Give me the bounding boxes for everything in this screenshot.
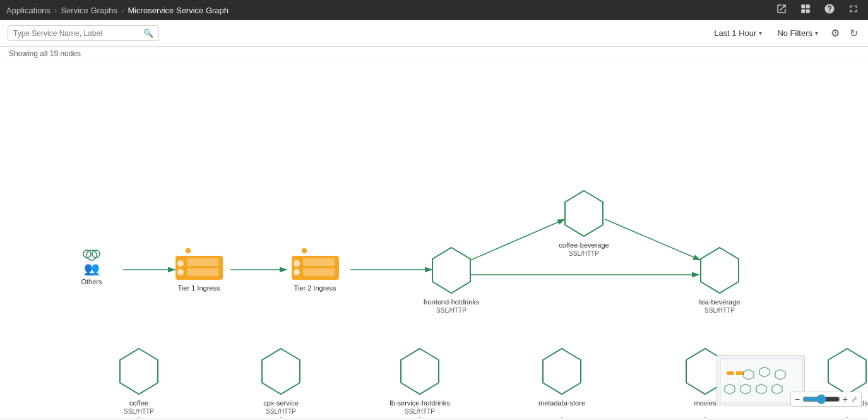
svg-text:coffee-beverage: coffee-beverage [559, 241, 609, 249]
svg-marker-36 [543, 349, 581, 394]
svg-point-10 [185, 248, 191, 254]
breadcrumb: Applications › Service Graphs › Microser… [6, 6, 229, 15]
node-coffee[interactable]: coffee SSL/HTTP [120, 349, 158, 415]
edge-coffee-tea [605, 219, 701, 260]
svg-text:movies: movies [694, 399, 716, 407]
node-tea-beverage[interactable]: tea-beverage SSL/HTTP [699, 248, 740, 314]
question-icon[interactable] [821, 1, 838, 20]
topbar: Applications › Service Graphs › Microser… [0, 0, 868, 20]
node-tier1[interactable]: Tier 1 Ingress [175, 248, 223, 292]
external-link-icon[interactable] [773, 1, 790, 20]
node-frontend[interactable]: frontend-hotdrinks SSL/HTTP [424, 248, 480, 314]
search-icon: 🔍 [143, 28, 153, 38]
node-coffee-beverage[interactable]: coffee-beverage SSL/HTTP [559, 191, 609, 257]
expand-icon[interactable] [845, 1, 862, 20]
svg-point-7 [177, 269, 184, 275]
breadcrumb-current: Microservice Service Graph [128, 6, 229, 15]
svg-text:SSL/HTTP: SSL/HTTP [569, 250, 599, 257]
search-input[interactable] [13, 29, 140, 38]
grid-icon[interactable] [797, 1, 814, 20]
svg-text:SSL/HTTP: SSL/HTTP [124, 408, 154, 415]
node-tier2[interactable]: Tier 2 Ingress [292, 248, 339, 292]
svg-rect-9 [187, 268, 218, 276]
svg-text:👥: 👥 [84, 261, 100, 276]
svg-text:Tier 1 Ingress: Tier 1 Ingress [178, 284, 220, 292]
toolbar-right: Last 1 Hour ▾ No Filters ▾ ⚙ ↻ [709, 25, 860, 42]
zoom-out-button[interactable]: − [795, 394, 800, 404]
svg-marker-30 [262, 349, 300, 394]
svg-marker-21 [565, 191, 603, 236]
svg-marker-24 [701, 248, 739, 293]
svg-text:tea-beverage: tea-beverage [699, 298, 740, 306]
zoom-fit-button[interactable]: ⤢ [852, 395, 857, 404]
settings-icon[interactable]: ⚙ [828, 25, 842, 42]
zoom-slider[interactable] [802, 394, 840, 404]
node-lb-service[interactable]: lb-service-hotdrinks SSL/HTTP [389, 349, 450, 415]
filter-button[interactable]: No Filters ▾ [772, 26, 823, 40]
svg-rect-15 [303, 268, 335, 276]
svg-point-1 [86, 250, 97, 260]
chevron-icon-2: › [121, 6, 124, 15]
svg-text:SSL/HTTP: SSL/HTTP [705, 307, 735, 314]
svg-text:coffee: coffee [129, 399, 148, 407]
svg-text:SSL/HTTP: SSL/HTTP [405, 408, 435, 415]
node-others[interactable]: 👥 Others [81, 250, 102, 285]
refresh-icon[interactable]: ↻ [847, 25, 860, 42]
svg-rect-14 [303, 258, 335, 266]
svg-text:SSL/HTTP: SSL/HTTP [436, 307, 467, 314]
time-filter-label: Last 1 Hour [714, 28, 756, 38]
svg-rect-8 [187, 258, 218, 266]
svg-rect-55 [736, 371, 744, 375]
svg-text:lb-service-hotdrinks: lb-service-hotdrinks [389, 399, 450, 407]
svg-marker-18 [432, 248, 470, 293]
breadcrumb-applications[interactable]: Applications [6, 6, 51, 15]
time-filter-caret: ▾ [759, 30, 762, 37]
toolbar: 🔍 Last 1 Hour ▾ No Filters ▾ ⚙ ↻ [0, 20, 868, 47]
filter-label: No Filters [777, 28, 812, 38]
breadcrumb-service-graphs[interactable]: Service Graphs [61, 6, 117, 15]
node-cpx-service[interactable]: cpx-service SSL/HTTP [262, 349, 300, 415]
search-box[interactable]: 🔍 [8, 25, 159, 41]
svg-text:SSL/HTTP: SSL/HTTP [266, 408, 296, 415]
svg-marker-27 [120, 349, 158, 394]
svg-point-12 [294, 260, 300, 267]
statusbar: Showing all 19 nodes [0, 47, 868, 61]
svg-marker-40 [828, 349, 866, 394]
svg-text:frontend-hotdrinks: frontend-hotdrinks [424, 298, 480, 306]
svg-point-6 [177, 260, 184, 267]
graph-area[interactable]: 👥 Others Tier 1 Ingress Tier 2 Ingress [0, 61, 868, 418]
svg-point-16 [301, 248, 307, 254]
svg-point-13 [294, 269, 300, 275]
svg-marker-33 [401, 349, 439, 394]
svg-text:Others: Others [81, 278, 102, 285]
svg-rect-54 [727, 371, 734, 375]
node-count-label: Showing all 19 nodes [9, 49, 81, 58]
filter-caret: ▾ [815, 30, 818, 37]
time-filter-button[interactable]: Last 1 Hour ▾ [709, 26, 767, 40]
svg-text:metadata-store: metadata-store [538, 399, 585, 407]
edge-frontend-coffee [470, 219, 565, 260]
svg-text:Tier 2 Ingress: Tier 2 Ingress [294, 284, 336, 292]
topbar-icons [773, 1, 862, 20]
chevron-icon: › [54, 6, 57, 15]
node-metadata-store[interactable]: metadata-store [538, 349, 585, 407]
svg-text:cpx-service: cpx-service [263, 399, 299, 407]
zoom-in-button[interactable]: + [843, 394, 848, 404]
